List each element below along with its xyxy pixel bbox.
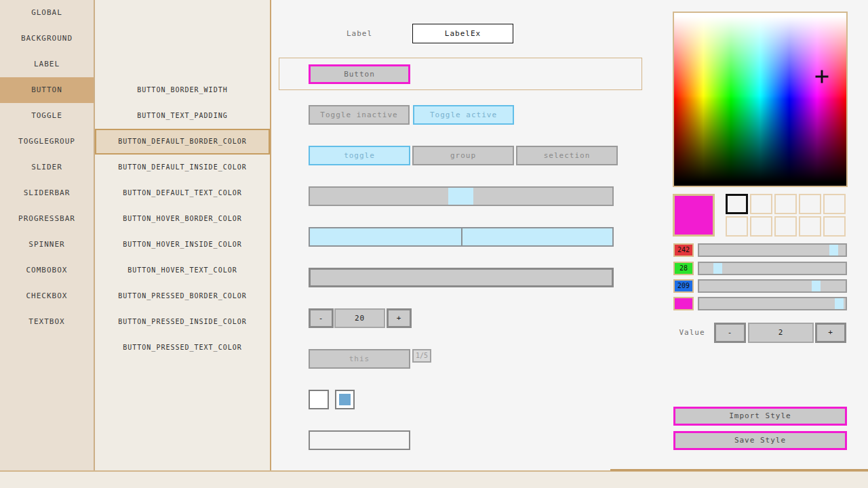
swatch-slot[interactable] (726, 194, 748, 214)
swatch-slot[interactable] (823, 216, 846, 237)
blue-value-box: 209 (673, 279, 694, 293)
rgb-row-current (0, 297, 868, 310)
swatch-slot[interactable] (823, 194, 846, 214)
swatch-slot[interactable] (799, 194, 821, 214)
status-bar-right-divider (610, 469, 868, 471)
swatch-slot[interactable] (774, 194, 797, 214)
current-color-swatch (673, 194, 715, 237)
color-panel: 242 28 209 Value - 2 + Import St (0, 0, 868, 488)
green-slider-knob[interactable] (713, 263, 722, 274)
rgb-row-green: 28 (0, 262, 868, 275)
swatch-slot[interactable] (726, 216, 748, 237)
red-slider-track[interactable] (698, 243, 847, 257)
rgb-row-red: 242 (0, 243, 868, 257)
current-slider-knob[interactable] (835, 298, 844, 309)
blue-slider-track[interactable] (698, 279, 847, 293)
swatch-slot[interactable] (750, 216, 772, 237)
status-bar (0, 470, 868, 488)
red-value-box: 242 (673, 243, 694, 257)
rguistyler-window: GLOBAL BACKGROUND LABEL BUTTON TOGGLE TO… (0, 0, 868, 488)
red-slider-knob[interactable] (829, 245, 838, 256)
save-style-button[interactable]: Save Style (673, 431, 847, 450)
current-slider-track[interactable] (698, 297, 847, 310)
swatch-slot[interactable] (799, 216, 821, 237)
color-picker[interactable] (673, 12, 848, 187)
picker-crosshair-icon (816, 70, 829, 83)
value-minus-button[interactable]: - (714, 323, 746, 343)
value-spinner-label: Value (673, 323, 711, 343)
saved-swatch-grid (726, 194, 848, 237)
green-slider-track[interactable] (698, 262, 847, 275)
blue-slider-knob[interactable] (812, 281, 821, 291)
import-style-button[interactable]: Import Style (673, 407, 847, 426)
rgb-row-blue: 209 (0, 279, 868, 293)
green-value-box: 28 (673, 262, 694, 275)
current-color-box (673, 297, 694, 310)
value-plus-button[interactable]: + (815, 323, 846, 343)
value-spinner-value: 2 (748, 323, 814, 343)
swatch-slot[interactable] (774, 216, 797, 237)
swatch-slot[interactable] (750, 194, 772, 214)
